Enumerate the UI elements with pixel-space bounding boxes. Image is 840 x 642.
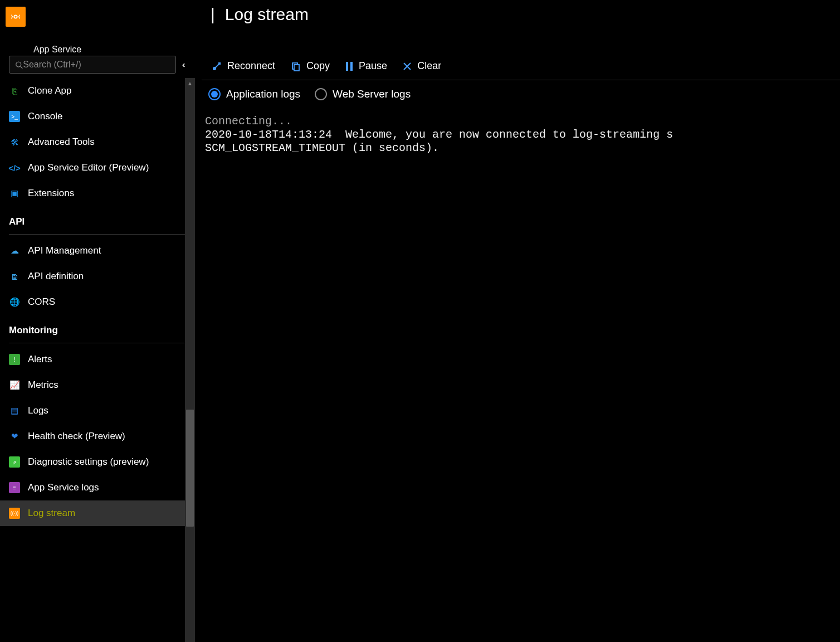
- sidebar-item-metrics[interactable]: 📈 Metrics: [0, 372, 195, 398]
- sidebar-item-api-management[interactable]: ☁ API Management: [0, 238, 195, 264]
- log-output[interactable]: Connecting... 2020-10-18T14:13:24 Welcom…: [195, 110, 840, 642]
- sidebar-item-app-service-editor[interactable]: </> App Service Editor (Preview): [0, 155, 195, 181]
- toolbar-button-label: Reconnect: [227, 60, 275, 72]
- page-title-text: Log stream: [225, 5, 309, 24]
- sidebar-item-api-definition[interactable]: 🗎 API definition: [0, 264, 195, 289]
- resource-name-redacted: [33, 2, 201, 20]
- sidebar-item-label: Log stream: [28, 508, 75, 519]
- sidebar: ‹‹ ⎘ Clone App >_ Console 🛠 Advanced Too…: [0, 55, 195, 642]
- copy-button[interactable]: Copy: [291, 60, 330, 72]
- sidebar-item-log-stream[interactable]: ((·)) Log stream: [0, 500, 195, 526]
- diagnostic-icon: ⇗: [9, 456, 20, 468]
- clone-icon: ⎘: [9, 85, 20, 96]
- alerts-icon: !: [9, 354, 20, 365]
- sidebar-scrollbar[interactable]: ▲: [185, 78, 195, 642]
- reconnect-button[interactable]: Reconnect: [212, 60, 275, 72]
- toolbar-button-label: Copy: [306, 60, 330, 72]
- doc-icon: 🗎: [9, 271, 20, 282]
- toolbar-button-label: Pause: [359, 60, 387, 72]
- page-title: | Log stream: [33, 2, 309, 24]
- svg-line-2: [21, 66, 23, 69]
- sidebar-item-label: Diagnostic settings (preview): [28, 456, 149, 468]
- search-input[interactable]: [23, 60, 170, 70]
- log-stream-icon: ((·)): [9, 508, 20, 519]
- main-content: Reconnect Copy Pause Clear Application l…: [195, 55, 840, 642]
- sidebar-item-diagnostic-settings[interactable]: ⇗ Diagnostic settings (preview): [0, 449, 195, 475]
- reconnect-icon: [212, 61, 222, 71]
- log-line: 2020-10-18T14:13:24 Welcome, you are now…: [205, 128, 673, 141]
- radio-application-logs[interactable]: Application logs: [208, 88, 300, 100]
- pause-icon: [345, 61, 353, 71]
- sidebar-item-console[interactable]: >_ Console: [0, 104, 195, 129]
- radio-web-server-logs[interactable]: Web Server logs: [315, 88, 411, 100]
- app-service-icon: [6, 7, 26, 27]
- svg-point-0: [14, 15, 17, 18]
- health-icon: ❤: [9, 431, 20, 442]
- sidebar-item-label: Logs: [28, 405, 48, 416]
- cloud-icon: ☁: [9, 245, 20, 256]
- search-icon: [15, 61, 23, 69]
- log-type-radios: Application logs Web Server logs: [195, 80, 840, 110]
- radio-unselected-icon: [315, 88, 327, 100]
- clear-icon: [403, 62, 412, 71]
- code-icon: </>: [9, 162, 20, 173]
- sidebar-item-alerts[interactable]: ! Alerts: [0, 347, 195, 372]
- sidebar-item-label: App Service logs: [28, 482, 99, 493]
- svg-rect-5: [294, 65, 299, 71]
- tools-icon: 🛠: [9, 137, 20, 148]
- sidebar-item-clone-app[interactable]: ⎘ Clone App: [0, 78, 195, 104]
- radio-label: Application logs: [226, 88, 300, 100]
- sidebar-item-cors[interactable]: 🌐 CORS: [0, 289, 195, 315]
- radio-selected-icon: [208, 88, 221, 100]
- svg-rect-6: [346, 62, 348, 71]
- scroll-up-arrow-icon[interactable]: ▲: [185, 78, 195, 88]
- clear-button[interactable]: Clear: [403, 60, 441, 72]
- sidebar-item-label: Metrics: [28, 380, 58, 391]
- sidebar-divider: [9, 343, 186, 343]
- svg-rect-7: [350, 62, 353, 71]
- sidebar-item-label: App Service Editor (Preview): [28, 162, 149, 173]
- globe-icon: 🌐: [9, 296, 20, 308]
- logs-icon: ▤: [9, 405, 20, 416]
- sidebar-item-extensions[interactable]: ▣ Extensions: [0, 181, 195, 206]
- collapse-sidebar-button[interactable]: ‹‹: [183, 60, 186, 69]
- sidebar-divider: [9, 234, 186, 235]
- sidebar-item-logs[interactable]: ▤ Logs: [0, 398, 195, 424]
- radio-label: Web Server logs: [333, 88, 411, 100]
- sidebar-item-label: Clone App: [28, 85, 71, 96]
- sidebar-section-monitoring: Monitoring: [0, 315, 195, 341]
- sidebar-item-label: Health check (Preview): [28, 431, 125, 442]
- sidebar-item-health-check[interactable]: ❤ Health check (Preview): [0, 424, 195, 449]
- toolbar: Reconnect Copy Pause Clear: [195, 55, 840, 80]
- sidebar-item-label: Alerts: [28, 354, 52, 365]
- toolbar-button-label: Clear: [417, 60, 441, 72]
- metrics-icon: 📈: [9, 380, 20, 391]
- sidebar-item-label: Console: [28, 111, 62, 122]
- log-line: Connecting...: [205, 115, 292, 128]
- header-bar: | Log stream: [0, 0, 840, 43]
- extensions-icon: ▣: [9, 188, 20, 199]
- svg-point-1: [16, 62, 21, 67]
- resource-type-subtitle: App Service: [33, 45, 840, 55]
- sidebar-item-label: API definition: [28, 271, 84, 282]
- title-separator: |: [211, 5, 215, 24]
- sidebar-section-api: API: [0, 206, 195, 232]
- sidebar-item-label: API Management: [28, 245, 101, 256]
- app-logs-icon: ≡: [9, 482, 20, 493]
- scrollbar-thumb[interactable]: [186, 410, 194, 527]
- sidebar-item-label: CORS: [28, 296, 55, 308]
- sidebar-item-label: Extensions: [28, 188, 74, 199]
- copy-icon: [291, 61, 301, 71]
- sidebar-item-label: Advanced Tools: [28, 137, 95, 148]
- pause-button[interactable]: Pause: [345, 60, 387, 72]
- sidebar-item-advanced-tools[interactable]: 🛠 Advanced Tools: [0, 129, 195, 155]
- sidebar-item-app-service-logs[interactable]: ≡ App Service logs: [0, 475, 195, 500]
- search-box[interactable]: [9, 56, 176, 74]
- console-icon: >_: [9, 111, 20, 122]
- log-line: SCM_LOGSTREAM_TIMEOUT (in seconds).: [205, 142, 439, 154]
